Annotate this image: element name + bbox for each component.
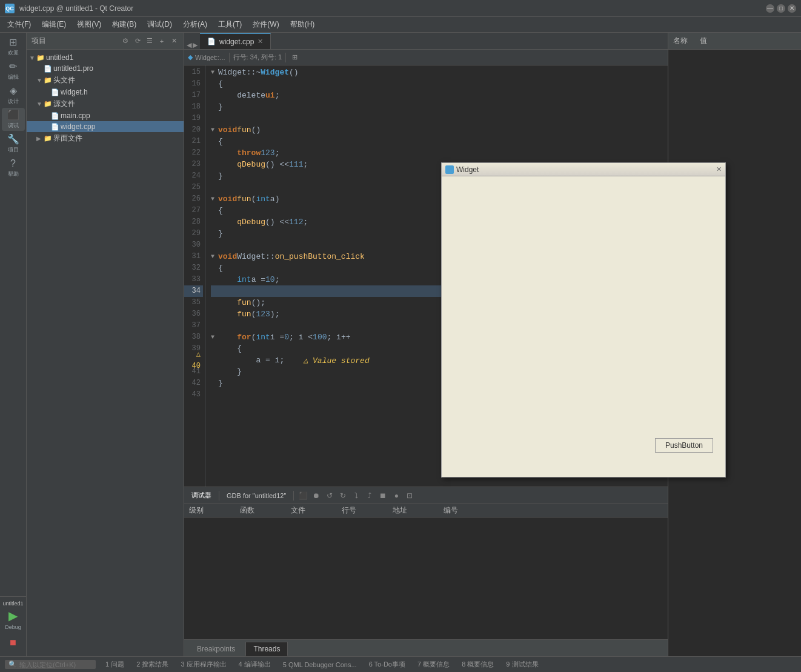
- col-address: 地址: [393, 505, 407, 516]
- status-item-6[interactable]: 7 概要信息: [415, 660, 452, 669]
- tree-arrow-sources: ▼: [36, 101, 42, 107]
- tree-label-ui: 界面文件: [53, 133, 82, 144]
- tab-breakpoints[interactable]: Breakpoints: [189, 642, 243, 656]
- col-file: 文件: [291, 505, 305, 516]
- status-item-2[interactable]: 3 应用程序输出: [178, 660, 228, 669]
- menu-edit[interactable]: 编辑(E): [37, 18, 71, 31]
- sidebar-item-edit[interactable]: ✏ 编辑: [2, 59, 25, 82]
- tab-nav-left[interactable]: ◀: [187, 41, 191, 49]
- menu-analyze[interactable]: 分析(A): [178, 18, 212, 31]
- close-button[interactable]: ✕: [788, 4, 796, 13]
- line-num-19: 19: [184, 113, 203, 124]
- tree-item-ui[interactable]: ▶ 📁 界面文件: [27, 132, 184, 145]
- menu-tools[interactable]: 工具(T): [213, 18, 247, 31]
- fold-38[interactable]: ▼: [211, 334, 218, 341]
- tree-arrow-root: ▼: [29, 55, 35, 61]
- line-num-43: 43: [184, 389, 203, 401]
- panel-options-btn[interactable]: ☰: [145, 36, 155, 46]
- sidebar-stop-btn[interactable]: ■: [2, 631, 25, 654]
- fold-26[interactable]: ▼: [211, 196, 218, 202]
- tree-item-widget-h[interactable]: ▶ 📄 widget.h: [27, 87, 184, 98]
- panel-close-btn[interactable]: ✕: [169, 36, 179, 46]
- debug-toolbar-btn-2[interactable]: ⏺: [311, 490, 322, 501]
- debug-toolbar-btn-5[interactable]: ⤵: [351, 490, 362, 501]
- sidebar-project-label: 项目: [8, 146, 19, 154]
- toolbar-sep-1: [229, 53, 230, 62]
- tab-widget-cpp[interactable]: 📄 widget.cpp ✕: [200, 33, 271, 49]
- tree-arrow-ui: ▶: [36, 135, 42, 142]
- debug-toolbar-btn-3[interactable]: ↺: [324, 490, 335, 501]
- tab-threads[interactable]: Threads: [245, 642, 288, 656]
- sidebar-item-project[interactable]: 🔧 项目: [2, 132, 25, 155]
- line-num-20: 20: [184, 124, 203, 136]
- toolbar-sep-bottom-2: [293, 491, 294, 501]
- menu-view[interactable]: 视图(V): [72, 18, 106, 31]
- menu-controls[interactable]: 控件(W): [248, 18, 284, 31]
- widget-titlebar[interactable]: Widget ✕: [442, 163, 725, 176]
- sidebar-item-welcome[interactable]: ⊞ 欢迎: [2, 35, 25, 58]
- debug-toolbar-btn-1[interactable]: ⬛: [297, 490, 308, 501]
- menu-debug[interactable]: 调试(D): [142, 18, 177, 31]
- tree-item-pro[interactable]: ▶ 📄 untitled1.pro: [27, 63, 184, 74]
- debug-toolbar-btn-4[interactable]: ↻: [337, 490, 348, 501]
- status-item-1[interactable]: 2 搜索结果: [134, 660, 171, 669]
- status-item-8[interactable]: 9 测试结果: [504, 660, 540, 669]
- pushbutton[interactable]: PushButton: [655, 438, 713, 453]
- sidebar-item-design[interactable]: ◈ 设计: [2, 84, 25, 107]
- menu-help[interactable]: 帮助(H): [285, 18, 320, 31]
- project-panel: 项目 ⚙ ⟳ ☰ + ✕ ▼ 📁 untitled1 ▶ 📄 untitled1…: [27, 33, 184, 656]
- toolbar-btn-1[interactable]: ⊞: [290, 53, 300, 62]
- debug-toolbar-btn-8[interactable]: ●: [391, 490, 402, 501]
- status-item-7[interactable]: 8 概要信息: [459, 660, 496, 669]
- sidebar-item-debug[interactable]: ⬛ 调试: [2, 108, 25, 131]
- status-item-5[interactable]: 6 To-Do事项: [367, 660, 408, 669]
- tree-item-headers[interactable]: ▼ 📁 头文件: [27, 74, 184, 87]
- debugger-label[interactable]: 调试器: [188, 490, 215, 501]
- status-item-4[interactable]: 5 QML Debugger Cons...: [281, 661, 359, 668]
- gdb-label[interactable]: GDB for "untitled12": [223, 491, 290, 501]
- tree-item-main-cpp[interactable]: ▶ 📄 main.cpp: [27, 110, 184, 121]
- code-line-17: delete ui;: [211, 90, 668, 101]
- design-icon: ◈: [10, 85, 17, 96]
- tree-item-sources[interactable]: ▼ 📁 源文件: [27, 98, 184, 110]
- sidebar-project-name[interactable]: untitled1: [2, 599, 23, 608]
- debug-toolbar-btn-7[interactable]: ⏹: [377, 490, 388, 501]
- sidebar-debug-run[interactable]: ▶ Debug: [2, 608, 25, 631]
- status-item-3[interactable]: 4 编译输出: [236, 660, 273, 669]
- menu-file[interactable]: 文件(F): [2, 18, 36, 31]
- toolbar-sep-2: [285, 53, 286, 62]
- fold-20[interactable]: ▼: [211, 127, 218, 133]
- debug-toolbar-btn-9[interactable]: ⊡: [404, 490, 415, 501]
- panel-filter-btn[interactable]: ⚙: [121, 36, 130, 46]
- search-box[interactable]: 🔍: [5, 660, 96, 669]
- window-title: widget.cpp @ untitled1 - Qt Creator: [19, 4, 761, 13]
- line-num-24: 24: [184, 170, 203, 182]
- fold-42: [211, 380, 218, 387]
- maximize-button[interactable]: □: [777, 4, 785, 13]
- sidebar-item-help[interactable]: ? 帮助: [2, 156, 25, 179]
- line-num-17: 17: [184, 90, 203, 101]
- sidebar-edit-label: 编辑: [8, 73, 19, 81]
- fold-37: [211, 322, 218, 329]
- fold-31[interactable]: ▼: [211, 253, 218, 260]
- line-num-33: 33: [184, 274, 203, 285]
- menu-build[interactable]: 构建(B): [107, 18, 141, 31]
- line-num-16: 16: [184, 78, 203, 90]
- sidebar-debug-mode-label: Debug: [5, 624, 21, 630]
- fold-15[interactable]: ▼: [211, 69, 218, 76]
- panel-add-btn[interactable]: +: [157, 36, 167, 46]
- col-line: 行号: [342, 505, 356, 516]
- line-num-23: 23: [184, 159, 203, 170]
- tab-threads-label: Threads: [253, 645, 280, 653]
- fold-28: [211, 219, 218, 225]
- debug-toolbar-btn-6[interactable]: ⤴: [364, 490, 375, 501]
- tree-item-widget-cpp[interactable]: ▶ 📄 widget.cpp: [27, 121, 184, 132]
- tab-nav-right[interactable]: ▶: [193, 41, 198, 49]
- search-input[interactable]: [19, 661, 92, 668]
- widget-window-close[interactable]: ✕: [716, 165, 722, 173]
- tab-close-btn[interactable]: ✕: [258, 38, 263, 45]
- tree-item-root[interactable]: ▼ 📁 untitled1: [27, 52, 184, 63]
- status-item-0[interactable]: 1 问题: [103, 660, 127, 669]
- panel-sync-btn[interactable]: ⟳: [133, 36, 142, 46]
- minimize-button[interactable]: —: [766, 4, 774, 13]
